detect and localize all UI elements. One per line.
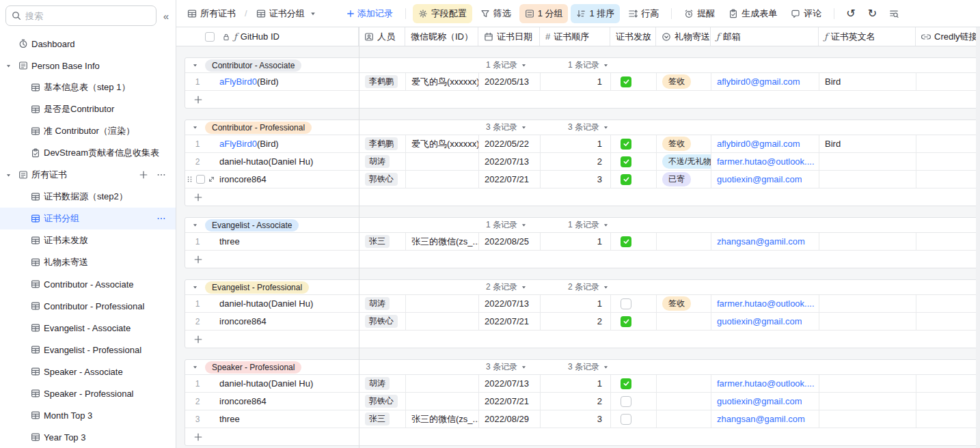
cell-person[interactable]: 郭铁心 [359, 313, 406, 330]
cell-cert-order[interactable]: 1 [541, 233, 611, 250]
cell-cert-order[interactable]: 1 [541, 73, 611, 90]
group-name-pill[interactable]: Evangelist - Professional [205, 281, 309, 294]
cell-person[interactable]: 胡涛 [359, 375, 406, 392]
cell-email[interactable]: aflybird0@gmail.com [711, 73, 819, 90]
cell-gift[interactable] [657, 375, 711, 392]
column-header[interactable]: 证书发放 [610, 27, 656, 46]
issued-checkbox[interactable] [621, 298, 631, 309]
cell-cert-en-name[interactable] [819, 153, 916, 170]
group-collapse-caret-icon[interactable] [192, 62, 198, 68]
ellipsis-icon[interactable] [156, 170, 166, 180]
cell-cert-en-name[interactable] [819, 295, 916, 312]
cell-cert-issued[interactable] [611, 313, 657, 330]
cell-gift[interactable] [657, 410, 711, 428]
cell-wechat[interactable] [406, 153, 479, 170]
cell-email[interactable]: farmer.hutao@outlook.... [711, 295, 819, 312]
cell-gift[interactable] [657, 313, 711, 330]
cell-gift[interactable]: 签收 [657, 135, 711, 152]
column-header[interactable]: Credly链接 [916, 27, 980, 46]
cell-email[interactable]: aflybird0@gmail.com [711, 135, 819, 152]
table-search-button[interactable] [884, 5, 903, 23]
cell-gift[interactable]: 签收 [657, 295, 711, 312]
group-order-summary[interactable]: 3 条记录 [541, 361, 609, 373]
group-button[interactable]: 1 分组 [519, 4, 569, 23]
issued-checkbox[interactable] [621, 174, 631, 185]
column-header[interactable]: 礼物寄送 [656, 27, 711, 46]
cell-cert-en-name[interactable] [819, 233, 916, 250]
row-height-button[interactable]: 行高 [623, 4, 664, 23]
cell-wechat[interactable] [406, 393, 479, 410]
cell-gift[interactable]: 不送/无礼物 [657, 153, 711, 170]
cell-email[interactable]: guotiexin@gmail.com [711, 171, 819, 188]
cell-credly-link[interactable] [916, 171, 980, 188]
collapse-caret-icon[interactable] [5, 170, 14, 180]
cell-email[interactable]: farmer.hutao@outlook.... [711, 375, 819, 392]
redo-button[interactable]: ↻ [863, 3, 882, 24]
group-name-pill[interactable]: Speaker - Professional [205, 361, 301, 374]
column-header[interactable]: ƒ 证书英文名 [819, 27, 916, 46]
cell-gift[interactable] [657, 393, 711, 410]
add-row-button[interactable] [185, 188, 979, 206]
cell-cert-issued[interactable] [611, 73, 657, 90]
cell-github-id[interactable]: 3three [185, 410, 359, 428]
sidebar-item-basic-info-table[interactable]: 基本信息表（step 1） [0, 76, 176, 98]
cell-cert-en-name[interactable]: Bird [819, 135, 916, 152]
cell-person[interactable]: 胡涛 [359, 153, 406, 170]
group-record-count[interactable]: 3 条记录 [411, 122, 527, 133]
ellipsis-icon[interactable] [156, 214, 166, 223]
group-record-count[interactable]: 3 条记录 [411, 361, 527, 373]
sidebar-item-cert-grouping[interactable]: 证书分组 [0, 208, 176, 229]
remind-button[interactable]: 提醒 [679, 4, 720, 23]
cell-credly-link[interactable] [916, 135, 980, 152]
email-link[interactable]: farmer.hutao@outlook.... [717, 156, 815, 167]
cell-cert-en-name[interactable]: Bird [819, 73, 916, 90]
cell-github-id[interactable]: 2ironcore864 [185, 313, 359, 330]
cell-cert-issued[interactable] [611, 295, 657, 312]
add-row-button[interactable] [185, 251, 979, 268]
email-link[interactable]: guotiexin@gmail.com [717, 316, 802, 326]
sidebar-item-cert-not-issued[interactable]: 证书未发放 [0, 229, 176, 251]
github-id-link[interactable]: aFlyBird0 [219, 139, 257, 149]
cell-cert-order[interactable]: 2 [541, 313, 611, 330]
cell-person[interactable]: 张三 [359, 410, 406, 428]
column-header[interactable]: 人员 [359, 27, 405, 46]
plus-icon[interactable] [139, 170, 148, 180]
cell-cert-issued[interactable] [611, 393, 657, 410]
select-all-checkbox[interactable] [205, 32, 215, 42]
group-name-pill[interactable]: Contributor - Professional [205, 122, 312, 134]
sort-button[interactable]: 1 排序 [571, 4, 620, 23]
cell-cert-en-name[interactable] [819, 171, 916, 188]
column-header[interactable]: ƒ 邮箱 [711, 27, 819, 46]
cell-cert-date[interactable]: 2022/08/25 [479, 233, 541, 250]
cell-credly-link[interactable] [916, 375, 980, 392]
sidebar-item-evangelist-associate[interactable]: Evangelist - Associate [0, 317, 176, 339]
collapse-caret-icon[interactable] [5, 61, 14, 71]
group-collapse-caret-icon[interactable] [192, 222, 198, 228]
group-order-summary[interactable]: 3 条记录 [541, 122, 609, 133]
add-row-button[interactable] [185, 428, 979, 445]
row-checkbox[interactable] [196, 175, 205, 184]
cell-email[interactable]: guotiexin@gmail.com [711, 313, 819, 330]
cell-gift[interactable]: 签收 [657, 73, 711, 90]
email-link[interactable]: zhangsan@gamil.com [717, 414, 805, 424]
cell-cert-order[interactable]: 2 [541, 393, 611, 410]
group-record-count[interactable]: 1 条记录 [411, 219, 527, 231]
group-order-summary[interactable]: 2 条记录 [541, 281, 609, 293]
cell-credly-link[interactable] [916, 393, 980, 410]
cell-cert-date[interactable]: 2022/07/21 [479, 171, 541, 188]
sidebar-item-contributor-professional[interactable]: Contributor - Professional [0, 295, 176, 317]
email-link[interactable]: guotiexin@gmail.com [717, 174, 802, 184]
search-input[interactable] [25, 11, 150, 21]
sidebar-item-dashboard[interactable]: Dashboard [0, 33, 176, 55]
group-record-count[interactable]: 1 条记录 [411, 59, 527, 71]
email-link[interactable]: guotiexin@gmail.com [717, 396, 802, 406]
column-header-github-id[interactable]: ƒ GitHub ID [185, 27, 359, 46]
cell-person[interactable]: 李鹤鹏 [359, 135, 406, 152]
vertical-scrollbar[interactable] [976, 27, 980, 448]
cell-cert-issued[interactable] [611, 153, 657, 170]
cell-email[interactable]: zhangsan@gamil.com [711, 410, 819, 428]
comment-button[interactable]: 评论 [785, 4, 827, 23]
cell-cert-date[interactable]: 2022/07/13 [479, 153, 541, 170]
cell-email[interactable]: guotiexin@gmail.com [711, 393, 819, 410]
sidebar-item-gift-not-sent[interactable]: 礼物未寄送 [0, 251, 176, 273]
